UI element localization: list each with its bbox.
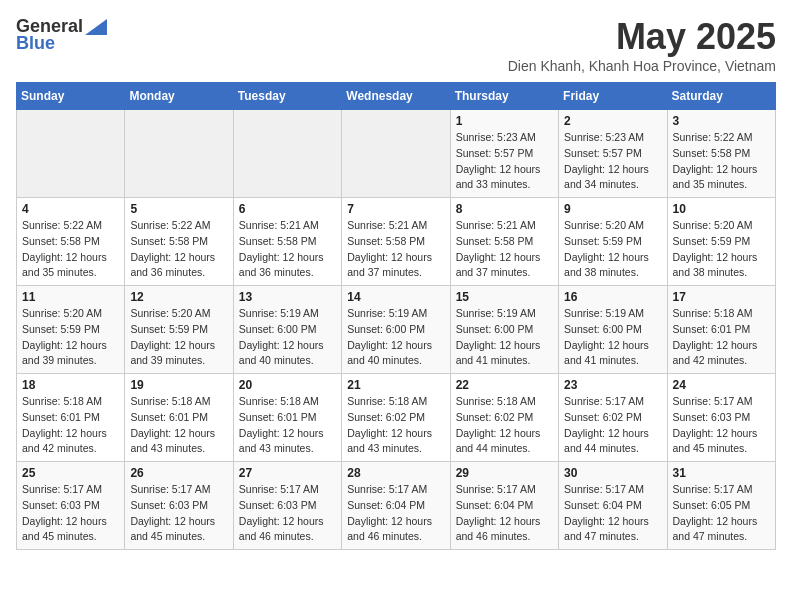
header-cell-wednesday: Wednesday: [342, 83, 450, 110]
day-info: Sunrise: 5:17 AM Sunset: 6:02 PM Dayligh…: [564, 394, 661, 457]
day-cell: 22Sunrise: 5:18 AM Sunset: 6:02 PM Dayli…: [450, 374, 558, 462]
day-number: 20: [239, 378, 336, 392]
day-number: 26: [130, 466, 227, 480]
day-number: 28: [347, 466, 444, 480]
day-cell: 20Sunrise: 5:18 AM Sunset: 6:01 PM Dayli…: [233, 374, 341, 462]
day-number: 2: [564, 114, 661, 128]
week-row-4: 18Sunrise: 5:18 AM Sunset: 6:01 PM Dayli…: [17, 374, 776, 462]
logo-blue: Blue: [16, 33, 55, 54]
day-cell: [17, 110, 125, 198]
day-info: Sunrise: 5:18 AM Sunset: 6:01 PM Dayligh…: [673, 306, 770, 369]
logo: General Blue: [16, 16, 107, 54]
day-number: 6: [239, 202, 336, 216]
month-title: May 2025: [508, 16, 776, 58]
day-number: 13: [239, 290, 336, 304]
day-info: Sunrise: 5:20 AM Sunset: 5:59 PM Dayligh…: [130, 306, 227, 369]
day-cell: 26Sunrise: 5:17 AM Sunset: 6:03 PM Dayli…: [125, 462, 233, 550]
day-info: Sunrise: 5:21 AM Sunset: 5:58 PM Dayligh…: [239, 218, 336, 281]
day-number: 19: [130, 378, 227, 392]
day-number: 23: [564, 378, 661, 392]
day-cell: 4Sunrise: 5:22 AM Sunset: 5:58 PM Daylig…: [17, 198, 125, 286]
day-info: Sunrise: 5:17 AM Sunset: 6:03 PM Dayligh…: [22, 482, 119, 545]
day-number: 25: [22, 466, 119, 480]
day-cell: 24Sunrise: 5:17 AM Sunset: 6:03 PM Dayli…: [667, 374, 775, 462]
day-cell: 2Sunrise: 5:23 AM Sunset: 5:57 PM Daylig…: [559, 110, 667, 198]
day-info: Sunrise: 5:19 AM Sunset: 6:00 PM Dayligh…: [564, 306, 661, 369]
header-cell-friday: Friday: [559, 83, 667, 110]
day-info: Sunrise: 5:20 AM Sunset: 5:59 PM Dayligh…: [564, 218, 661, 281]
day-info: Sunrise: 5:18 AM Sunset: 6:01 PM Dayligh…: [239, 394, 336, 457]
day-number: 9: [564, 202, 661, 216]
day-number: 27: [239, 466, 336, 480]
svg-marker-0: [85, 19, 107, 35]
header-row: SundayMondayTuesdayWednesdayThursdayFrid…: [17, 83, 776, 110]
day-cell: 13Sunrise: 5:19 AM Sunset: 6:00 PM Dayli…: [233, 286, 341, 374]
day-info: Sunrise: 5:22 AM Sunset: 5:58 PM Dayligh…: [130, 218, 227, 281]
day-info: Sunrise: 5:17 AM Sunset: 6:03 PM Dayligh…: [673, 394, 770, 457]
title-area: May 2025 Dien Khanh, Khanh Hoa Province,…: [508, 16, 776, 74]
day-info: Sunrise: 5:19 AM Sunset: 6:00 PM Dayligh…: [456, 306, 553, 369]
day-cell: 12Sunrise: 5:20 AM Sunset: 5:59 PM Dayli…: [125, 286, 233, 374]
day-number: 8: [456, 202, 553, 216]
day-cell: 9Sunrise: 5:20 AM Sunset: 5:59 PM Daylig…: [559, 198, 667, 286]
day-number: 5: [130, 202, 227, 216]
day-cell: 14Sunrise: 5:19 AM Sunset: 6:00 PM Dayli…: [342, 286, 450, 374]
day-info: Sunrise: 5:18 AM Sunset: 6:01 PM Dayligh…: [22, 394, 119, 457]
calendar-table: SundayMondayTuesdayWednesdayThursdayFrid…: [16, 82, 776, 550]
day-info: Sunrise: 5:19 AM Sunset: 6:00 PM Dayligh…: [239, 306, 336, 369]
day-cell: 23Sunrise: 5:17 AM Sunset: 6:02 PM Dayli…: [559, 374, 667, 462]
day-number: 18: [22, 378, 119, 392]
day-info: Sunrise: 5:23 AM Sunset: 5:57 PM Dayligh…: [456, 130, 553, 193]
day-cell: 31Sunrise: 5:17 AM Sunset: 6:05 PM Dayli…: [667, 462, 775, 550]
day-cell: 3Sunrise: 5:22 AM Sunset: 5:58 PM Daylig…: [667, 110, 775, 198]
header-cell-sunday: Sunday: [17, 83, 125, 110]
day-cell: 21Sunrise: 5:18 AM Sunset: 6:02 PM Dayli…: [342, 374, 450, 462]
day-cell: 1Sunrise: 5:23 AM Sunset: 5:57 PM Daylig…: [450, 110, 558, 198]
day-number: 30: [564, 466, 661, 480]
header-cell-tuesday: Tuesday: [233, 83, 341, 110]
day-info: Sunrise: 5:17 AM Sunset: 6:03 PM Dayligh…: [239, 482, 336, 545]
day-cell: 10Sunrise: 5:20 AM Sunset: 5:59 PM Dayli…: [667, 198, 775, 286]
day-cell: [342, 110, 450, 198]
day-info: Sunrise: 5:17 AM Sunset: 6:04 PM Dayligh…: [456, 482, 553, 545]
day-info: Sunrise: 5:22 AM Sunset: 5:58 PM Dayligh…: [673, 130, 770, 193]
header-cell-monday: Monday: [125, 83, 233, 110]
day-cell: 7Sunrise: 5:21 AM Sunset: 5:58 PM Daylig…: [342, 198, 450, 286]
day-cell: 27Sunrise: 5:17 AM Sunset: 6:03 PM Dayli…: [233, 462, 341, 550]
day-info: Sunrise: 5:18 AM Sunset: 6:02 PM Dayligh…: [347, 394, 444, 457]
day-info: Sunrise: 5:17 AM Sunset: 6:04 PM Dayligh…: [347, 482, 444, 545]
day-cell: 8Sunrise: 5:21 AM Sunset: 5:58 PM Daylig…: [450, 198, 558, 286]
day-info: Sunrise: 5:17 AM Sunset: 6:03 PM Dayligh…: [130, 482, 227, 545]
day-cell: 5Sunrise: 5:22 AM Sunset: 5:58 PM Daylig…: [125, 198, 233, 286]
day-info: Sunrise: 5:18 AM Sunset: 6:01 PM Dayligh…: [130, 394, 227, 457]
day-number: 16: [564, 290, 661, 304]
day-number: 15: [456, 290, 553, 304]
header-cell-saturday: Saturday: [667, 83, 775, 110]
day-number: 14: [347, 290, 444, 304]
day-info: Sunrise: 5:20 AM Sunset: 5:59 PM Dayligh…: [22, 306, 119, 369]
day-cell: 6Sunrise: 5:21 AM Sunset: 5:58 PM Daylig…: [233, 198, 341, 286]
day-cell: 19Sunrise: 5:18 AM Sunset: 6:01 PM Dayli…: [125, 374, 233, 462]
day-info: Sunrise: 5:21 AM Sunset: 5:58 PM Dayligh…: [347, 218, 444, 281]
day-number: 11: [22, 290, 119, 304]
day-info: Sunrise: 5:22 AM Sunset: 5:58 PM Dayligh…: [22, 218, 119, 281]
day-info: Sunrise: 5:17 AM Sunset: 6:05 PM Dayligh…: [673, 482, 770, 545]
day-number: 4: [22, 202, 119, 216]
day-info: Sunrise: 5:20 AM Sunset: 5:59 PM Dayligh…: [673, 218, 770, 281]
day-cell: 18Sunrise: 5:18 AM Sunset: 6:01 PM Dayli…: [17, 374, 125, 462]
header: General Blue May 2025 Dien Khanh, Khanh …: [16, 16, 776, 74]
day-number: 12: [130, 290, 227, 304]
week-row-1: 1Sunrise: 5:23 AM Sunset: 5:57 PM Daylig…: [17, 110, 776, 198]
subtitle: Dien Khanh, Khanh Hoa Province, Vietnam: [508, 58, 776, 74]
day-cell: [125, 110, 233, 198]
day-number: 29: [456, 466, 553, 480]
day-info: Sunrise: 5:19 AM Sunset: 6:00 PM Dayligh…: [347, 306, 444, 369]
week-row-2: 4Sunrise: 5:22 AM Sunset: 5:58 PM Daylig…: [17, 198, 776, 286]
day-cell: [233, 110, 341, 198]
week-row-5: 25Sunrise: 5:17 AM Sunset: 6:03 PM Dayli…: [17, 462, 776, 550]
day-cell: 15Sunrise: 5:19 AM Sunset: 6:00 PM Dayli…: [450, 286, 558, 374]
day-cell: 16Sunrise: 5:19 AM Sunset: 6:00 PM Dayli…: [559, 286, 667, 374]
day-number: 3: [673, 114, 770, 128]
day-info: Sunrise: 5:17 AM Sunset: 6:04 PM Dayligh…: [564, 482, 661, 545]
day-cell: 17Sunrise: 5:18 AM Sunset: 6:01 PM Dayli…: [667, 286, 775, 374]
